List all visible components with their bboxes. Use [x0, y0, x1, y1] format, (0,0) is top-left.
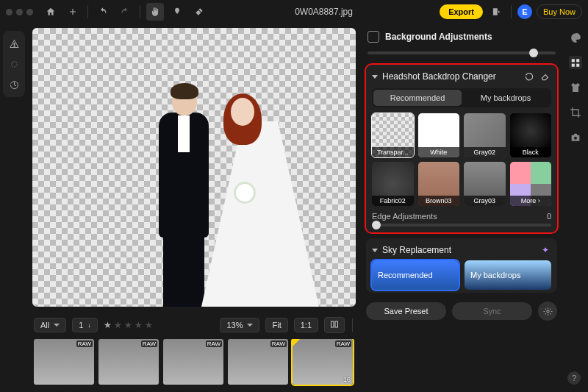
sky-replacement-card: Sky Replacement ✦ Recommended My backdro… [366, 238, 557, 293]
sky-title: Sky Replacement [382, 245, 451, 255]
thumbnail-strip[interactable]: RAW RAW RAW RAW RAW16 RA [34, 339, 354, 388]
plus-icon[interactable] [64, 3, 82, 21]
heal-tool-icon[interactable] [190, 3, 208, 21]
filename-label: 0W0A8887.jpg [212, 7, 435, 17]
left-toolbar [0, 24, 28, 392]
sky-card-header[interactable]: Sky Replacement ✦ [372, 244, 551, 256]
triangle-down-icon [372, 75, 378, 79]
bg-adjustments-header[interactable]: Background Adjustments [366, 29, 563, 44]
undo-icon[interactable] [94, 3, 112, 21]
sync-button[interactable]: Sync [452, 302, 532, 320]
avatar[interactable]: E [517, 4, 532, 19]
swatch-transparent[interactable]: Transpar... [372, 113, 414, 157]
redo-icon[interactable] [116, 3, 134, 21]
filter-dropdown[interactable]: All [34, 318, 66, 332]
edge-value: 0 [547, 212, 551, 221]
svg-rect-7 [576, 63, 579, 66]
sky-tab-recommended[interactable]: Recommended [372, 260, 459, 290]
rating-stars[interactable]: ★★★★★ [104, 320, 153, 330]
sky-tab-my[interactable]: My backdrops [465, 260, 551, 290]
buy-now-button[interactable]: Buy Now [537, 4, 582, 19]
bg-slider[interactable] [368, 51, 556, 54]
filter-label: All [40, 321, 49, 329]
triangle-down-icon [372, 249, 378, 252]
help-icon[interactable]: ? [567, 371, 581, 385]
thumbnail[interactable]: RAW [228, 339, 288, 385]
thumbnail[interactable]: RAW [34, 339, 94, 385]
backdrop-card-header[interactable]: Headshot Backdrop Changer [372, 71, 551, 82]
filmstrip: All 1↓ ★★★★★ 13% Fit 1:1 RAW RAW RAW RAW… [28, 311, 360, 392]
titlebar: 0W0A8887.jpg Export E Buy Now [0, 0, 588, 24]
count-label: 1 [79, 321, 83, 329]
eraser-icon[interactable] [539, 71, 551, 82]
bg-adjustments-label: Background Adjustments [385, 32, 492, 42]
subject-image [143, 71, 290, 307]
svg-rect-1 [331, 321, 334, 327]
shirt-icon[interactable] [569, 81, 582, 94]
thumbnail[interactable]: RAW [163, 339, 223, 385]
home-icon[interactable] [42, 3, 60, 21]
thumbnail[interactable]: RAW [98, 339, 159, 385]
share-icon[interactable] [487, 3, 505, 21]
export-button[interactable]: Export [440, 4, 483, 19]
svg-point-8 [574, 137, 577, 140]
chevron-down-icon [247, 324, 253, 327]
warning-icon[interactable] [4, 34, 24, 53]
swatch-black[interactable]: Black [510, 113, 552, 157]
swatch-white[interactable]: White [418, 113, 460, 157]
svg-point-3 [546, 310, 548, 312]
swatch-fabric02[interactable]: Fabric02 [372, 162, 414, 206]
palette-icon[interactable] [569, 31, 582, 44]
backdrop-changer-card: Headshot Backdrop Changer Recommended My… [366, 65, 557, 232]
actual-size-button[interactable]: 1:1 [294, 318, 318, 332]
svg-rect-5 [576, 59, 579, 62]
history-icon[interactable] [4, 75, 24, 94]
svg-rect-2 [335, 321, 338, 327]
settings-icon[interactable] [538, 302, 557, 321]
side-iconbar [563, 24, 588, 392]
swatch-more[interactable]: More › [510, 162, 552, 206]
crop-icon[interactable] [569, 106, 582, 119]
backdrop-grid: Transpar... White Gray02 Black Fabric02 … [372, 113, 551, 206]
edge-slider[interactable] [372, 224, 551, 227]
clone-tool-icon[interactable] [168, 3, 186, 21]
swatch-gray03[interactable]: Gray03 [464, 162, 506, 206]
canvas[interactable] [32, 28, 356, 307]
tab-recommended[interactable]: Recommended [373, 90, 462, 106]
mask-icon[interactable] [4, 54, 24, 74]
edge-label: Edge Adjustments [372, 212, 437, 221]
tab-my-backdrops[interactable]: My backdrops [462, 90, 550, 106]
svg-rect-4 [572, 59, 575, 62]
window-controls[interactable] [6, 9, 33, 15]
save-preset-button[interactable]: Save Preset [366, 302, 446, 320]
svg-point-0 [11, 61, 17, 67]
right-panel: Background Adjustments Headshot Backdrop… [360, 24, 563, 392]
backdrop-tabs: Recommended My backdrops [372, 88, 551, 107]
compare-icon[interactable] [324, 317, 345, 333]
swatch-brown03[interactable]: Brown03 [418, 162, 460, 206]
chevron-down-icon [54, 324, 60, 327]
grid-icon[interactable] [569, 56, 582, 69]
reset-icon[interactable] [523, 71, 535, 82]
magic-icon[interactable]: ✦ [539, 244, 551, 256]
camera-icon[interactable] [569, 131, 582, 144]
thumbnail-selected[interactable]: RAW16 [293, 339, 353, 385]
zoom-dropdown[interactable]: 13% [220, 318, 259, 332]
bg-adjustments-icon [368, 31, 379, 43]
svg-rect-6 [572, 63, 575, 66]
zoom-label: 13% [226, 321, 243, 329]
backdrop-title: Headshot Backdrop Changer [382, 71, 496, 82]
fit-button[interactable]: Fit [265, 318, 287, 332]
count-dropdown[interactable]: 1↓ [72, 318, 98, 332]
hand-tool-icon[interactable] [146, 3, 164, 21]
swatch-gray02[interactable]: Gray02 [464, 113, 506, 157]
